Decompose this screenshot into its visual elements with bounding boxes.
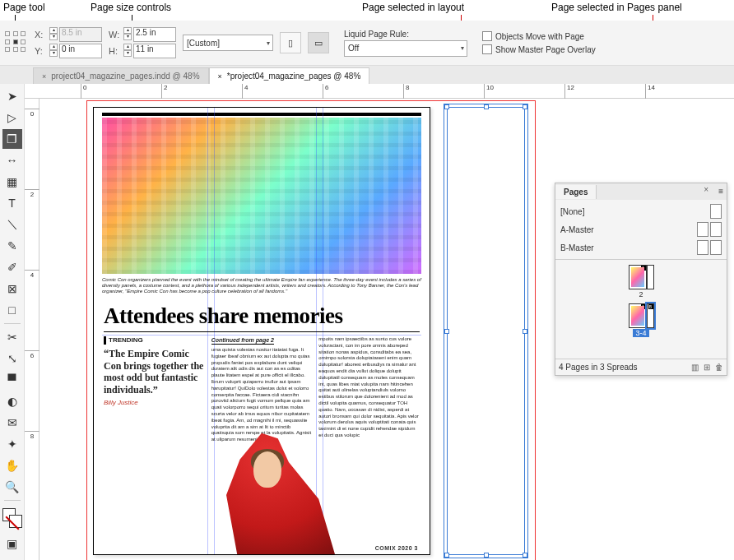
objects-move-label: Objects Move with Page (495, 32, 584, 41)
y-field[interactable]: 0 in (59, 44, 102, 58)
byline: Billy Justice (104, 399, 205, 407)
column-1[interactable]: TRENDING “The Empire Comic Con brings to… (104, 336, 205, 538)
gap-tool[interactable]: ↔ (2, 150, 22, 170)
anno-page-size: Page size controls (91, 2, 171, 13)
masters-section: [None] A-Master B-Master (555, 200, 727, 260)
continued-line: Continued from page 2 (211, 336, 274, 345)
pencil-tool[interactable]: ✐ (2, 257, 22, 277)
doc-tab-inactive[interactable]: ×project04_magazine_pages.indd @ 48% (33, 67, 209, 84)
eyedropper-tool[interactable]: ✦ (2, 434, 22, 454)
y-nudge[interactable]: ▴▾ (49, 44, 58, 58)
zoom-tool[interactable]: 🔍 (2, 477, 22, 497)
content-collector-tool[interactable]: ▦ (2, 172, 22, 192)
w-field[interactable]: 2.5 in (133, 27, 176, 42)
doc-tab-label: *project04_magazine_pages @ 48% (227, 72, 360, 81)
hero-caption[interactable]: Comic Con organizers planned the event w… (102, 277, 421, 295)
vertical-ruler[interactable]: 0 2 4 6 8 (25, 99, 39, 560)
page-3[interactable]: Comic Con organizers planned the event w… (93, 107, 430, 555)
page-tool[interactable]: ❐ (2, 129, 22, 149)
gradient-swatch-tool[interactable]: ▀ (2, 370, 22, 390)
close-icon[interactable]: × (218, 72, 222, 81)
fill-stroke-swatches[interactable] (2, 508, 22, 533)
rule-top (102, 113, 421, 116)
direct-selection-tool[interactable]: ▷ (2, 108, 22, 127)
liquid-rule-label: Liquid Page Rule: (344, 30, 467, 39)
control-bar: X: ▴▾ 8.5 in Y: ▴▾ 0 in W: ▴▾ 2.5 in H: … (0, 21, 734, 66)
document-tabs: ×project04_magazine_pages.indd @ 48% ×*p… (0, 66, 734, 84)
doc-tab-active[interactable]: ×*project04_magazine_pages @ 48% (209, 67, 370, 84)
x-field[interactable]: 8.5 in (59, 27, 102, 42)
x-nudge[interactable]: ▴▾ (49, 27, 58, 42)
anno-page-layout: Page selected in layout (362, 2, 464, 13)
page-size-preset-dropdown[interactable]: [Custom] (183, 35, 273, 51)
h-nudge[interactable]: ▴▾ (123, 44, 132, 58)
close-icon[interactable]: × (42, 72, 46, 81)
scissors-tool[interactable]: ✂ (2, 327, 22, 347)
folio: COMIX 2020 3 (375, 545, 418, 551)
rectangle-tool[interactable]: □ (2, 300, 22, 320)
panel-menu-icon[interactable]: ≡ (718, 187, 723, 196)
master-b[interactable]: B-Master (560, 238, 722, 257)
portrait-image[interactable] (199, 423, 335, 554)
y-label: Y: (35, 46, 48, 56)
rectangle-frame-tool[interactable]: ⊠ (2, 279, 22, 299)
orientation-portrait-button[interactable]: ▯ (280, 32, 301, 53)
page-4-selected[interactable] (447, 107, 525, 555)
h-label: H: (109, 46, 122, 56)
horizontal-ruler[interactable]: 0 2 4 6 8 10 12 14 (25, 84, 734, 99)
spread-thumb-2[interactable]: A B 3-4 (629, 303, 654, 337)
show-master-label: Show Master Page Overlay (495, 45, 596, 54)
delete-page-icon[interactable]: 🗑 (715, 363, 723, 372)
w-label: W: (109, 30, 122, 39)
w-nudge[interactable]: ▴▾ (123, 27, 132, 42)
reference-point-grid[interactable] (5, 31, 28, 54)
pull-quote: “The Empire Comic Con brings together th… (104, 348, 205, 396)
pen-tool[interactable]: ✎ (2, 236, 22, 256)
spread-thumb-1[interactable]: A 2 (629, 265, 654, 299)
type-tool[interactable]: T (2, 193, 22, 213)
spread-label-2: 3-4 (633, 329, 648, 337)
kicker: TRENDING (104, 336, 205, 345)
liquid-rule-dropdown[interactable]: Off (344, 40, 467, 57)
free-transform-tool[interactable]: ⤡ (2, 349, 22, 368)
master-a[interactable]: A-Master (560, 220, 722, 238)
master-none[interactable]: [None] (560, 202, 722, 220)
h-field[interactable]: 11 in (133, 44, 176, 58)
anno-page-tool: Page tool (3, 2, 45, 13)
pages-panel[interactable]: Pages × ≡ [None] A-Master B-Master A 2 (555, 183, 727, 376)
gradient-feather-tool[interactable]: ◐ (2, 391, 22, 411)
selection-tool[interactable]: ➤ (2, 86, 22, 106)
panel-close-icon[interactable]: × (704, 185, 708, 194)
x-label: X: (35, 30, 48, 39)
edit-page-size-icon[interactable]: ▥ (691, 363, 699, 372)
hero-image[interactable] (102, 118, 421, 274)
show-master-checkbox[interactable] (482, 44, 492, 54)
doc-tab-label: project04_magazine_pages.indd @ 48% (51, 72, 199, 81)
pages-panel-status: 4 Pages in 3 Spreads (559, 363, 638, 372)
note-tool[interactable]: ✉ (2, 413, 22, 433)
tools-panel: ➤ ▷ ❐ ↔ ▦ T ＼ ✎ ✐ ⊠ □ ✂ ⤡ ▀ ◐ ✉ ✦ ✋ 🔍 ▣ (0, 84, 25, 560)
line-tool[interactable]: ＼ (2, 215, 22, 234)
view-mode-button[interactable]: ▣ (2, 534, 22, 553)
objects-move-checkbox[interactable] (482, 31, 492, 41)
hand-tool[interactable]: ✋ (2, 456, 22, 475)
headline[interactable]: Attendees share memories (104, 303, 420, 332)
new-page-icon[interactable]: ⊞ (704, 363, 710, 372)
orientation-landscape-button[interactable]: ▭ (308, 32, 329, 53)
spread-label-1: 2 (629, 290, 654, 299)
pages-panel-tab[interactable]: Pages (555, 185, 597, 199)
anno-page-panel: Page selected in Pages panel (551, 2, 682, 13)
